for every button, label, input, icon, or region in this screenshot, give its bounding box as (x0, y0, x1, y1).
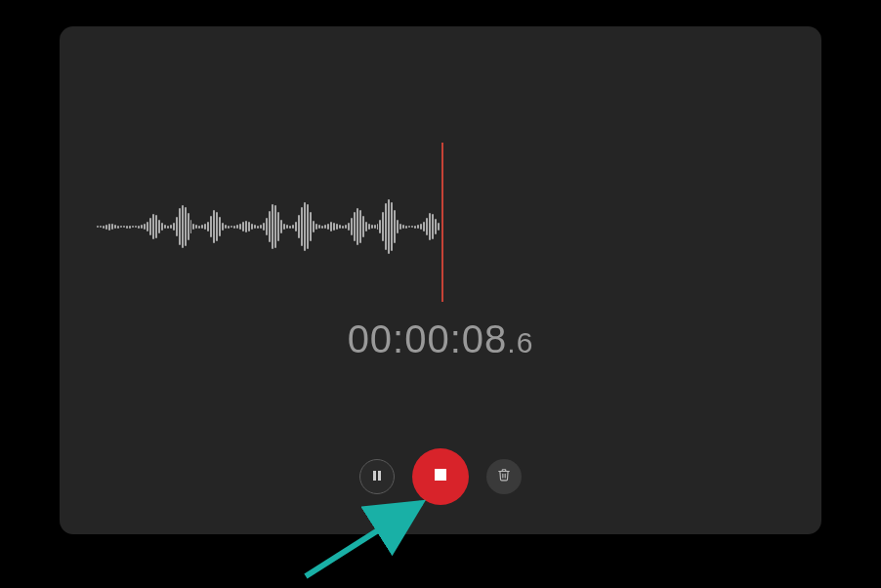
time-fraction: .6 (507, 326, 533, 358)
waveform-display (97, 178, 440, 275)
pause-icon (371, 468, 383, 485)
stop-button[interactable]: stop (412, 448, 469, 505)
svg-rect-0 (373, 471, 376, 481)
recorder-panel: 00:00:08.6 pause stop delete (60, 26, 821, 534)
time-main: 00:00:08 (348, 317, 508, 360)
trash-icon (497, 468, 511, 485)
elapsed-time: 00:00:08.6 (60, 317, 821, 361)
svg-rect-1 (378, 471, 381, 481)
stop-icon (432, 466, 449, 487)
playhead-cursor (441, 143, 443, 302)
delete-button[interactable]: delete (486, 459, 522, 494)
svg-rect-2 (435, 469, 446, 481)
pause-button[interactable]: pause (359, 459, 395, 494)
recorder-controls: pause stop delete (60, 448, 821, 505)
